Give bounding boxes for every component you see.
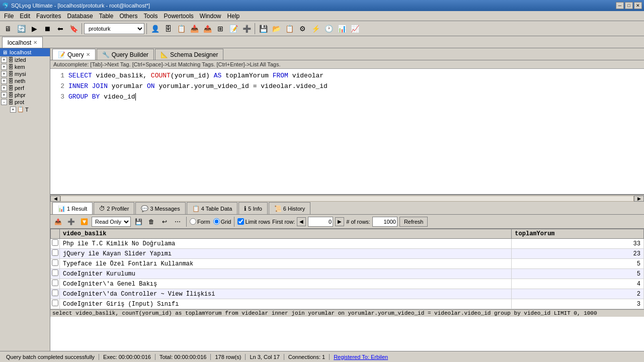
menu-favorites[interactable]: Favorites xyxy=(33,12,64,21)
th-toplam-yorum[interactable]: toplamYorum xyxy=(512,229,644,239)
sidebar-item-prot[interactable]: - 🗄 prot xyxy=(0,99,50,106)
sidebar-item-mysi[interactable]: + 🗄 mysi xyxy=(0,70,50,77)
result-tab-4[interactable]: 📋 4 Table Data xyxy=(187,202,238,214)
tab-localhost[interactable]: localhost ✕ xyxy=(2,37,43,48)
tb-restore[interactable]: 📂 xyxy=(270,23,282,35)
tab-schema-designer[interactable]: 📐 Schema Designer xyxy=(155,49,223,60)
hscroll[interactable]: ◀ ▶ xyxy=(50,195,644,202)
tab-query-builder[interactable]: 🔧 Query Builder xyxy=(97,49,154,60)
expand-izled[interactable]: + xyxy=(1,57,7,63)
rt-delete-btn[interactable]: 🗑 xyxy=(146,216,157,227)
result-tab-1[interactable]: 📊 1 Result xyxy=(52,202,93,214)
radio-grid-input[interactable] xyxy=(213,218,220,225)
query-editor[interactable]: 1 SELECT video_baslik, COUNT(yorum_id) A… xyxy=(50,69,644,195)
minimize-button[interactable]: ─ xyxy=(616,2,624,9)
menu-database[interactable]: Database xyxy=(64,12,96,21)
tb-form[interactable]: 📝 xyxy=(227,23,239,35)
titlebar-controls[interactable]: ─ □ ✕ xyxy=(616,2,642,9)
row-checkbox[interactable] xyxy=(52,269,58,276)
result-tab-2[interactable]: ⏱ 2 Profiler xyxy=(94,202,134,214)
expand-kem[interactable]: + xyxy=(1,64,7,70)
expand-T[interactable]: + xyxy=(10,107,16,113)
tb-back[interactable]: ⬅ xyxy=(54,23,66,35)
rt-more-btn[interactable]: ⋯ xyxy=(172,216,183,227)
row-checkbox[interactable] xyxy=(52,259,58,266)
first-row-input[interactable] xyxy=(308,217,333,227)
result-tab-3[interactable]: 💬 3 Messages xyxy=(135,202,185,214)
menu-others[interactable]: Others xyxy=(116,12,140,21)
tb-table[interactable]: 📋 xyxy=(175,23,187,35)
hscroll-left[interactable]: ◀ xyxy=(50,196,60,202)
tb-more1[interactable]: 📊 xyxy=(336,23,348,35)
expand-mysi[interactable]: + xyxy=(1,71,7,77)
expand-phpr[interactable]: + xyxy=(1,92,7,98)
tb-import[interactable]: 📥 xyxy=(188,23,200,35)
tb-next[interactable]: 🔖 xyxy=(67,23,79,35)
table-row[interactable]: CodeIgniter\'a Genel Bakış 4 xyxy=(51,279,644,289)
radio-grid[interactable]: Grid xyxy=(213,218,231,225)
tb-more2[interactable]: 📈 xyxy=(349,23,361,35)
rows-count-input[interactable] xyxy=(372,217,397,227)
table-row[interactable]: Php ile T.C Kimlik No Doğrulama 33 xyxy=(51,239,644,249)
th-video-baslik[interactable]: video_baslik xyxy=(60,229,512,239)
rt-export-btn[interactable]: 📤 xyxy=(52,216,63,227)
close-button[interactable]: ✕ xyxy=(634,2,642,9)
query-tab-close[interactable]: ✕ xyxy=(86,52,90,57)
result-tab-5[interactable]: ℹ 5 Info xyxy=(238,202,268,214)
tb-user[interactable]: 👤 xyxy=(149,23,161,35)
view-mode-selector[interactable]: Read Only xyxy=(92,217,131,227)
sidebar-item-T[interactable]: + 📋 T xyxy=(0,106,50,113)
rt-save-btn[interactable]: 💾 xyxy=(133,216,144,227)
expand-neth[interactable]: + xyxy=(1,78,7,84)
tb-insert[interactable]: ➕ xyxy=(240,23,253,35)
limit-rows-label[interactable]: Limit rows xyxy=(237,218,270,225)
nav-next-btn[interactable]: ▶ xyxy=(335,217,344,226)
row-checkbox[interactable] xyxy=(52,290,58,296)
status-registered-link[interactable]: Registered To: Erbilen xyxy=(334,354,388,360)
tb-grid[interactable]: ⊞ xyxy=(214,23,226,35)
table-row[interactable]: jQuery ile Kayan Slider Yapımı 23 xyxy=(51,249,644,259)
tb-powertools[interactable]: ⚡ xyxy=(309,23,321,35)
limit-rows-checkbox[interactable] xyxy=(237,218,244,225)
menu-tools[interactable]: Tools xyxy=(140,12,160,21)
row-checkbox[interactable] xyxy=(52,239,58,246)
row-checkbox[interactable] xyxy=(52,300,58,306)
tab-localhost-close[interactable]: ✕ xyxy=(33,40,37,45)
tb-schema[interactable]: 🗄 xyxy=(162,23,174,35)
refresh-button[interactable]: Refresh xyxy=(399,217,428,227)
tb-export[interactable]: 📤 xyxy=(201,23,213,35)
table-row[interactable]: Typeface ile Özel Fontları Kullanmak 5 xyxy=(51,259,644,269)
sidebar-item-neth[interactable]: + 🗄 neth xyxy=(0,77,50,84)
rt-filter-btn[interactable]: 🔽 xyxy=(78,216,90,227)
menu-window[interactable]: Window xyxy=(197,12,224,21)
menu-edit[interactable]: Edit xyxy=(17,12,33,21)
tb-copy[interactable]: 📋 xyxy=(283,23,295,35)
tb-stop[interactable]: ⏹ xyxy=(41,23,53,35)
menu-file[interactable]: File xyxy=(1,12,17,21)
tb-execute[interactable]: ▶ xyxy=(28,23,40,35)
hscroll-track[interactable] xyxy=(60,196,634,202)
tb-backup[interactable]: 💾 xyxy=(257,23,269,35)
table-row[interactable]: CodeIgniter Kurulumu 5 xyxy=(51,269,644,279)
radio-form-input[interactable] xyxy=(190,218,196,225)
result-grid[interactable]: video_baslik toplamYorum Php ile T.C Kim… xyxy=(50,229,644,309)
tb-new-connection[interactable]: 🖥 xyxy=(2,23,14,35)
row-checkbox[interactable] xyxy=(52,249,58,256)
nav-prev-btn[interactable]: ◀ xyxy=(297,217,306,226)
table-row[interactable]: CodeIgniter Giriş (Input) Sınıfı 3 xyxy=(51,299,644,309)
sidebar-item-perf[interactable]: + 🗄 perf xyxy=(0,84,50,92)
hscroll-right[interactable]: ▶ xyxy=(634,196,644,202)
sidebar-item-kem[interactable]: + 🗄 kem xyxy=(0,63,50,70)
result-tab-6[interactable]: 📜 6 History xyxy=(269,202,310,214)
maximize-button[interactable]: □ xyxy=(625,2,633,9)
menu-powertools[interactable]: Powertools xyxy=(160,12,196,21)
tb-schedule[interactable]: 🕐 xyxy=(323,23,335,35)
row-checkbox[interactable] xyxy=(52,280,58,286)
radio-form[interactable]: Form xyxy=(190,218,210,225)
menu-table[interactable]: Table xyxy=(96,12,117,21)
rt-add-btn[interactable]: ➕ xyxy=(65,216,76,227)
tb-refresh[interactable]: 🔄 xyxy=(15,23,27,35)
tab-query[interactable]: 📝 Query ✕ xyxy=(52,49,96,60)
rt-cancel-btn[interactable]: ↩ xyxy=(159,216,170,227)
menu-help[interactable]: Help xyxy=(224,12,243,21)
